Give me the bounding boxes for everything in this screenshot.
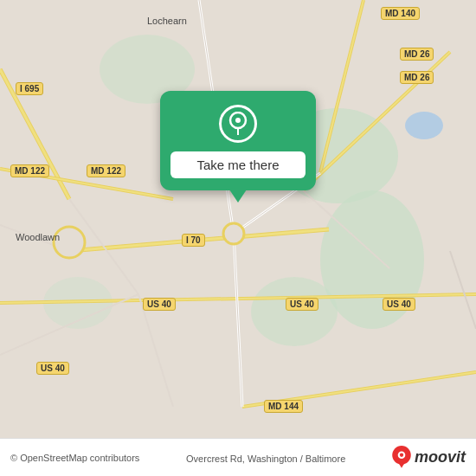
road-label-i70: I 70 (182, 234, 205, 247)
road-label-us40b: US 40 (286, 298, 318, 311)
moovit-logo: moovit (392, 446, 466, 470)
road-label-us40a: US 40 (143, 298, 176, 311)
attribution-text: © OpenStreetMap contributors (10, 453, 139, 463)
svg-point-36 (235, 118, 241, 123)
road-label-us40d: US 40 (36, 362, 69, 375)
location-icon-wrapper (219, 105, 257, 143)
road-label-us40c: US 40 (383, 298, 415, 311)
road-label-md122a: MD 122 (10, 164, 49, 177)
location-name-bar: Overcrest Rd, Washington / Baltimore (186, 450, 345, 466)
road-label-md122b: MD 122 (87, 164, 125, 177)
road-label-i695: I 695 (16, 82, 43, 95)
bottom-bar: © OpenStreetMap contributors Overcrest R… (0, 438, 476, 476)
location-pin-icon (228, 112, 248, 136)
road-label-md26a: MD 26 (400, 48, 434, 61)
svg-point-41 (400, 453, 403, 456)
svg-point-33 (223, 223, 244, 244)
svg-point-6 (405, 112, 443, 139)
road-label-md26b: MD 26 (400, 71, 434, 84)
svg-point-3 (251, 277, 338, 346)
map-container: I 695 MD 140 MD 26 MD 26 MD 122 MD 122 I… (0, 0, 476, 476)
road-label-md144: MD 144 (264, 400, 303, 413)
attribution-label: © OpenStreetMap contributors (10, 453, 139, 463)
take-me-there-button[interactable]: Take me there (170, 151, 306, 178)
popup-card: Take me there (160, 91, 316, 190)
moovit-text: moovit (415, 448, 466, 466)
place-label-lochearn: Lochearn (147, 16, 187, 26)
location-name-text: Overcrest Rd, Washington / Baltimore (186, 453, 345, 464)
moovit-pin-icon (392, 446, 411, 470)
road-label-md140: MD 140 (381, 7, 420, 20)
place-label-woodlawn: Woodlawn (16, 232, 60, 242)
